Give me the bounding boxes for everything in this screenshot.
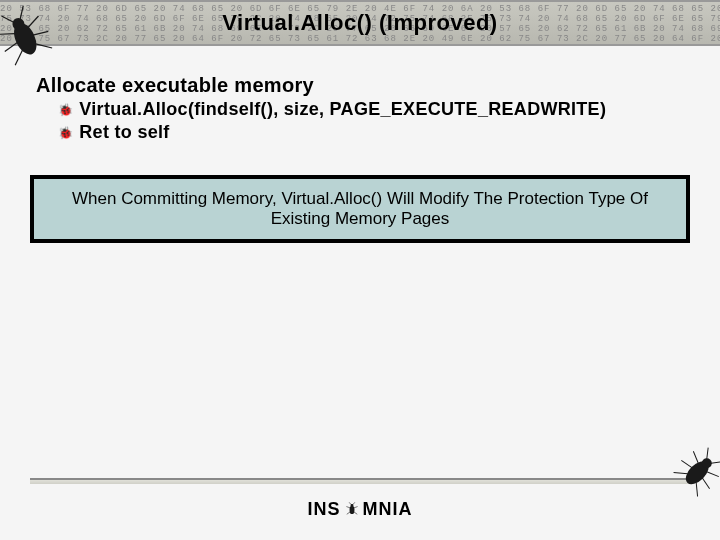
footer-divider	[30, 478, 690, 484]
main-bullet: Allocate executable memory	[36, 74, 684, 97]
svg-line-5	[25, 16, 41, 28]
svg-line-24	[346, 507, 350, 508]
footer: INS MNIA	[0, 478, 720, 540]
content-body: Allocate executable memory 🐞 Virtual.All…	[0, 46, 720, 143]
svg-line-7	[33, 29, 48, 38]
svg-line-19	[690, 482, 704, 496]
slide-title: Virtual.Alloc() (Improved)	[222, 10, 497, 36]
sub-bullet-text: Ret to self	[79, 122, 169, 143]
title-header: 20 53 68 6F 77 20 6D 65 20 74 68 65 20 6…	[0, 0, 720, 46]
svg-line-16	[681, 459, 692, 470]
svg-line-25	[353, 507, 357, 508]
svg-point-20	[349, 506, 354, 514]
svg-line-15	[707, 468, 719, 480]
cockroach-icon	[343, 502, 361, 516]
svg-line-2	[1, 13, 13, 26]
sub-bullet-text: Virtual.Alloc(findself(), size, PAGE_EXE…	[79, 99, 606, 120]
logo-text-left: INS	[307, 499, 340, 520]
svg-line-13	[711, 457, 720, 468]
svg-line-3	[16, 6, 28, 19]
sub-bullet-list: 🐞 Virtual.Alloc(findself(), size, PAGE_E…	[36, 99, 684, 143]
bug-bullet-icon: 🐞	[58, 127, 73, 139]
svg-line-26	[346, 512, 350, 514]
callout-box: When Committing Memory, Virtual.Alloc() …	[30, 175, 690, 243]
logo-text-right: MNIA	[363, 499, 413, 520]
callout-text: When Committing Memory, Virtual.Alloc() …	[72, 189, 648, 228]
svg-line-22	[349, 502, 351, 504]
svg-line-9	[36, 38, 53, 53]
svg-line-17	[700, 478, 711, 489]
svg-line-23	[352, 502, 354, 504]
brand-logo: INS MNIA	[307, 499, 412, 520]
svg-line-18	[674, 466, 688, 480]
sub-bullet: 🐞 Ret to self	[36, 122, 684, 143]
sub-bullet: 🐞 Virtual.Alloc(findself(), size, PAGE_E…	[36, 99, 684, 120]
svg-line-4	[0, 28, 15, 40]
svg-line-14	[690, 451, 702, 463]
bug-bullet-icon: 🐞	[58, 104, 73, 116]
svg-line-12	[702, 448, 713, 459]
svg-line-6	[4, 42, 19, 51]
svg-line-27	[353, 512, 357, 514]
